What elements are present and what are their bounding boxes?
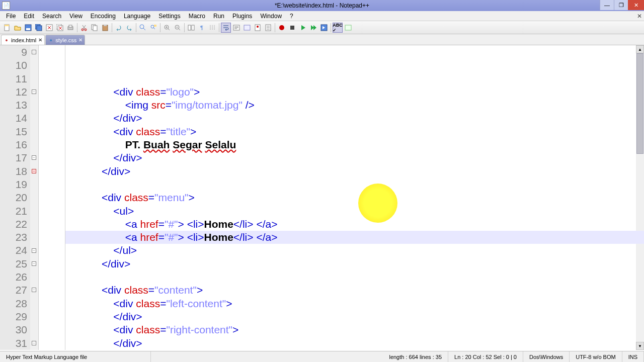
tab-index-html[interactable]: ● index.html ✕ xyxy=(1,35,45,45)
tab-close-icon[interactable]: ✕ xyxy=(78,37,83,43)
window-controls: — ❐ ✕ xyxy=(600,0,644,10)
zoom-in-icon[interactable] xyxy=(162,23,172,33)
stop-macro-icon[interactable] xyxy=(287,23,297,33)
indent-guide-icon[interactable] xyxy=(207,23,217,33)
spellcheck-icon[interactable]: ABC✓ xyxy=(333,23,343,33)
save-icon[interactable] xyxy=(23,23,33,33)
cut-icon[interactable] xyxy=(79,23,89,33)
fold-toggle[interactable]: − xyxy=(32,155,36,160)
menu-encoding[interactable]: Encoding xyxy=(87,12,120,21)
find-icon[interactable] xyxy=(138,23,148,33)
svg-rect-1 xyxy=(5,25,9,26)
svg-rect-32 xyxy=(345,25,351,30)
svg-rect-30 xyxy=(290,26,294,30)
menu-settings[interactable]: Settings xyxy=(154,12,184,21)
svg-point-17 xyxy=(140,25,144,29)
svg-point-12 xyxy=(85,29,87,31)
status-encoding[interactable]: UTF-8 w/o BOM xyxy=(570,351,622,362)
sync-scroll-icon[interactable] xyxy=(186,23,196,33)
svg-rect-3 xyxy=(26,28,30,30)
editor[interactable]: 9101112131415161718192021222324252627282… xyxy=(0,45,644,350)
app-icon: 📄 xyxy=(2,2,10,10)
undo-icon[interactable] xyxy=(114,23,124,33)
svg-rect-25 xyxy=(244,25,250,30)
all-chars-icon[interactable] xyxy=(231,23,242,33)
fold-toggle[interactable]: − xyxy=(32,341,36,345)
status-filetype: Hyper Text Markup Language file xyxy=(0,351,151,362)
status-mode[interactable]: INS xyxy=(622,351,644,362)
status-bar: Hyper Text Markup Language file length :… xyxy=(0,351,644,362)
tab-label: index.html xyxy=(11,37,36,43)
svg-point-27 xyxy=(257,26,259,28)
fold-toggle[interactable]: − xyxy=(32,50,36,54)
menu-file[interactable]: File xyxy=(2,12,20,21)
copy-icon[interactable] xyxy=(90,23,100,33)
zoom-out-icon[interactable] xyxy=(173,23,183,33)
redo-icon[interactable] xyxy=(124,23,134,33)
maximize-button[interactable]: ❐ xyxy=(614,0,628,10)
close-all-icon[interactable] xyxy=(55,23,65,33)
replace-icon[interactable] xyxy=(148,23,158,33)
user-lang-icon[interactable] xyxy=(242,23,252,33)
fold-gutter: −−−−−−−− xyxy=(30,45,38,350)
svg-rect-22 xyxy=(188,25,191,30)
status-length: length : 664 lines : 35 xyxy=(383,351,448,362)
paste-icon[interactable] xyxy=(100,23,110,33)
svg-rect-23 xyxy=(192,25,194,30)
tab-close-icon[interactable]: ✕ xyxy=(38,37,42,43)
line-number-gutter: 9101112131415161718192021222324252627282… xyxy=(0,45,30,350)
menu-run[interactable]: Run xyxy=(209,12,228,21)
scroll-up-icon[interactable]: ▲ xyxy=(636,45,644,53)
menu-edit[interactable]: Edit xyxy=(20,12,38,21)
fold-toggle[interactable]: − xyxy=(32,261,36,266)
menu-window[interactable]: Window xyxy=(256,12,286,21)
tab-bar: ● index.html ✕ ● style.css ✕ xyxy=(0,34,644,45)
file-icon: ● xyxy=(48,37,54,43)
svg-rect-16 xyxy=(104,25,107,26)
code-area[interactable]: <div class="logo"> <img src="img/tomat.j… xyxy=(65,45,644,350)
menu-search[interactable]: Search xyxy=(38,12,65,21)
svg-rect-14 xyxy=(93,26,97,31)
play-macro-icon[interactable] xyxy=(298,23,308,33)
menu-language[interactable]: Language xyxy=(120,12,154,21)
close-window-button[interactable]: ✕ xyxy=(628,0,644,10)
fold-toggle[interactable]: − xyxy=(32,248,36,253)
fold-toggle[interactable]: − xyxy=(32,169,36,173)
file-modified-icon: ● xyxy=(4,37,10,43)
tab-style-css[interactable]: ● style.css ✕ xyxy=(45,35,85,45)
save-all-icon[interactable] xyxy=(34,23,44,33)
menu-help[interactable]: ? xyxy=(286,12,297,21)
spellcheck-config-icon[interactable] xyxy=(343,23,353,33)
svg-point-29 xyxy=(279,25,284,30)
menu-plugins[interactable]: Plugins xyxy=(228,12,256,21)
status-position: Ln : 20 Col : 52 Sel : 0 | 0 xyxy=(448,351,523,362)
menu-bar: File Edit Search View Encoding Language … xyxy=(0,11,644,21)
tab-label: style.css xyxy=(55,37,76,43)
minimize-button[interactable]: — xyxy=(600,0,614,10)
print-icon[interactable] xyxy=(65,23,75,33)
new-file-icon[interactable] xyxy=(2,23,12,33)
status-eol[interactable]: Dos\Windows xyxy=(523,351,570,362)
wordwrap-icon[interactable] xyxy=(221,23,231,33)
fold-toggle[interactable]: − xyxy=(32,288,36,292)
invisible-chars-icon[interactable]: ¶ xyxy=(197,23,207,33)
svg-rect-19 xyxy=(154,25,156,27)
title-bar: 📄 *E:\website\index.html - Notepad++ — ❐… xyxy=(0,0,644,11)
fold-toggle[interactable]: − xyxy=(32,89,36,94)
toolbar: ¶ ABC✓ xyxy=(0,21,644,34)
window-title: *E:\website\index.html - Notepad++ xyxy=(275,2,369,9)
svg-rect-10 xyxy=(69,25,72,27)
doc-map-icon[interactable] xyxy=(253,23,263,33)
record-macro-icon[interactable] xyxy=(277,23,287,33)
svg-rect-5 xyxy=(37,26,42,31)
menu-macro[interactable]: Macro xyxy=(185,12,209,21)
open-file-icon[interactable] xyxy=(13,23,23,33)
play-multi-icon[interactable] xyxy=(308,23,318,33)
close-file-icon[interactable] xyxy=(44,23,54,33)
menu-view[interactable]: View xyxy=(65,12,87,21)
close-doc-button[interactable]: ✕ xyxy=(637,13,642,20)
function-list-icon[interactable] xyxy=(263,23,273,33)
save-macro-icon[interactable] xyxy=(319,23,329,33)
svg-point-11 xyxy=(82,29,84,31)
